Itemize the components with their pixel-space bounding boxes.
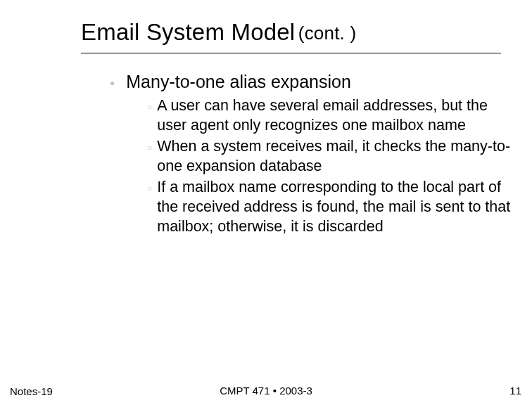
bullet-level1: ● Many-to-one alias expansion bbox=[110, 71, 504, 93]
title-underline bbox=[81, 53, 501, 53]
circle-bullet-icon: ○ bbox=[147, 143, 152, 153]
sub-bullet-list: ○ A user can have several email addresse… bbox=[147, 96, 513, 237]
circle-bullet-icon: ○ bbox=[147, 184, 152, 193]
bullet-level2-text: When a system receives mail, it checks t… bbox=[157, 137, 513, 176]
slide: Email System Model (cont. ) ● Many-to-on… bbox=[0, 0, 532, 405]
footer-page-number: 11 bbox=[509, 385, 521, 397]
title-main: Email System Model bbox=[81, 19, 295, 45]
bullet-level2: ○ If a mailbox name corresponding to the… bbox=[147, 178, 513, 237]
bullet-level2-text: A user can have several email addresses,… bbox=[157, 96, 513, 136]
disc-bullet-icon: ● bbox=[110, 78, 115, 88]
circle-bullet-icon: ○ bbox=[147, 102, 152, 112]
slide-body: ● Many-to-one alias expansion ○ A user c… bbox=[110, 71, 504, 238]
slide-title: Email System Model (cont. ) bbox=[81, 18, 489, 46]
bullet-level1-text: Many-to-one alias expansion bbox=[126, 71, 351, 93]
bullet-level2: ○ When a system receives mail, it checks… bbox=[147, 137, 513, 176]
bullet-level2: ○ A user can have several email addresse… bbox=[147, 96, 513, 136]
title-cont: (cont. ) bbox=[298, 22, 357, 44]
footer-course-label: CMPT 471 • 2003-3 bbox=[0, 385, 532, 397]
bullet-level2-text: If a mailbox name corresponding to the l… bbox=[157, 178, 513, 237]
